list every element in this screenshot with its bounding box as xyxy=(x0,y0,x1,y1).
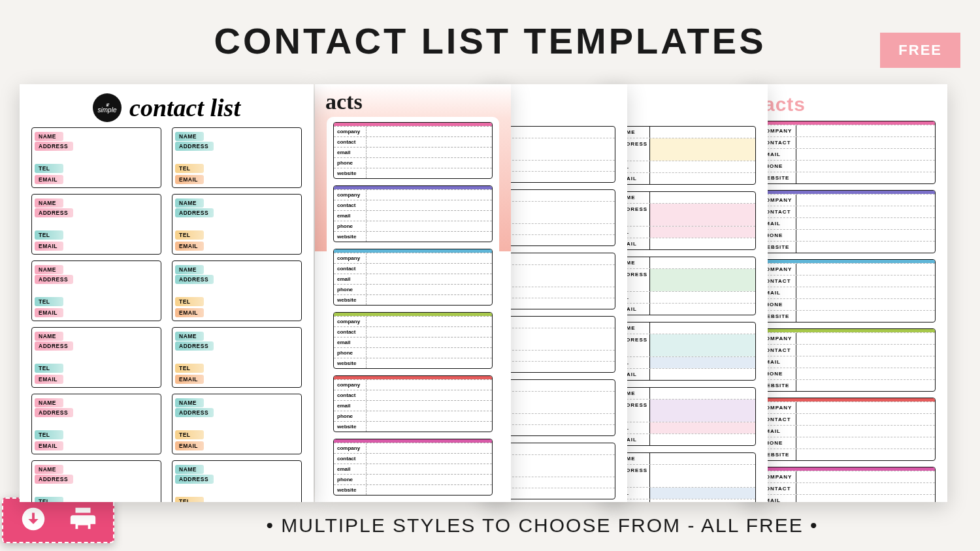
field-label: email xyxy=(334,464,367,474)
page-title: CONTACT LIST TEMPLATES xyxy=(0,0,980,69)
contact-card: NAMEADDRESSTELEMAIL xyxy=(613,452,756,502)
field-label: EMAIL xyxy=(35,308,63,317)
field-label: email xyxy=(334,338,367,347)
field-label: website xyxy=(334,358,367,368)
contact-card: COMPANYCONTACTEMAILPHONEWEBSITE xyxy=(757,467,936,502)
field-label: company xyxy=(334,190,367,200)
download-icon xyxy=(18,504,48,537)
field-label: email xyxy=(334,211,367,221)
contact-card: companycontactemailphonewebsite xyxy=(333,249,493,306)
field-label: company xyxy=(334,380,367,390)
field-label: contact xyxy=(334,200,367,210)
field-label: email xyxy=(334,274,367,284)
field-label: website xyxy=(334,232,367,242)
contact-card: ss xyxy=(495,126,615,183)
field-label: ADDRESS xyxy=(35,275,73,284)
field-label: EMAIL xyxy=(35,375,63,384)
field-label: EMAIL xyxy=(175,441,204,450)
contact-card: NAMEADDRESSTELEMAIL xyxy=(613,191,756,250)
field-label: ADDRESS xyxy=(175,408,214,417)
field-label: EMAIL xyxy=(35,441,63,450)
contact-card: NAMEADDRESSTELEMAIL xyxy=(613,257,756,315)
template-sheet-5: facts COMPANYCONTACTEMAILPHONEWEBSITECOM… xyxy=(745,84,947,502)
field-label: phone xyxy=(334,411,367,421)
contact-card: NAMEADDRESSTELEMAIL xyxy=(31,460,161,502)
contact-card: COMPANYCONTACTEMAILPHONEWEBSITE xyxy=(757,259,936,323)
contact-card: NAMEADDRESSTELEMAIL xyxy=(31,127,161,188)
field-label: phone xyxy=(334,348,367,358)
field-label: ADDRESS xyxy=(35,341,73,351)
field-label: NAME xyxy=(35,198,63,208)
contact-card: NAMEADDRESSTELEMAIL xyxy=(31,260,161,321)
field-label: NAME xyxy=(35,132,63,141)
sheet5-title: facts xyxy=(757,93,936,116)
contact-card: NAMEADDRESSTELEMAIL xyxy=(172,394,302,454)
field-label: contact xyxy=(334,390,367,400)
field-label: TEL xyxy=(175,164,204,173)
contact-card: NAMEADDRESSTELEMAIL xyxy=(172,260,302,321)
field-label: NAME xyxy=(175,198,204,208)
contact-card: NAMEADDRESSTELEMAIL xyxy=(31,327,161,388)
sheet1-title: contact list xyxy=(129,93,240,122)
contact-card: COMPANYCONTACTEMAILPHONEWEBSITE xyxy=(757,121,936,184)
contact-card: ss xyxy=(495,253,615,309)
template-sheet-2: acts companycontactemailphonewebsitecomp… xyxy=(315,84,511,502)
contact-card: COMPANYCONTACTEMAILPHONEWEBSITE xyxy=(757,190,936,253)
field-label: NAME xyxy=(175,132,204,141)
field-label: ADDRESS xyxy=(35,208,73,217)
contact-card: NAMEADDRESSTELEMAIL xyxy=(172,460,302,502)
contact-card: ss xyxy=(495,316,615,373)
field-label: ADDRESS xyxy=(175,275,214,284)
contact-card: NAMEADDRESSTELEMAIL xyxy=(172,327,302,388)
logo-icon: ♛ simple xyxy=(93,93,122,122)
field-label: NAME xyxy=(35,332,63,341)
print-icon xyxy=(68,504,98,537)
field-label: ADDRESS xyxy=(175,142,214,151)
field-label: TEL xyxy=(35,297,63,306)
field-label: TEL xyxy=(175,230,204,240)
field-label: TEL xyxy=(35,364,63,373)
field-label: company xyxy=(334,253,367,263)
field-label: EMAIL xyxy=(175,375,204,384)
field-label: website xyxy=(334,485,367,495)
field-label: NAME xyxy=(175,465,204,474)
field-label: TEL xyxy=(35,164,63,173)
field-label: TEL xyxy=(175,497,204,503)
contact-card: COMPANYCONTACTEMAILPHONEWEBSITE xyxy=(757,328,936,392)
field-label: ADDRESS xyxy=(175,475,214,484)
field-label: phone xyxy=(334,158,367,168)
field-label: website xyxy=(334,168,367,178)
field-label: ADDRESS xyxy=(35,475,73,484)
field-label: NAME xyxy=(175,265,204,274)
contact-card: NAMEADDRESSTELEMAIL xyxy=(613,126,756,185)
field-label: ADDRESS xyxy=(35,408,73,417)
field-label: NAME xyxy=(175,332,204,341)
field-label: NAME xyxy=(35,398,63,407)
contact-card: ss xyxy=(495,443,615,499)
field-label: phone xyxy=(334,285,367,294)
contact-card: companycontactemailphonewebsite xyxy=(333,122,493,179)
contact-card: ss xyxy=(495,379,615,436)
field-label: EMAIL xyxy=(35,175,63,184)
contact-card: NAMEADDRESSTELEMAIL xyxy=(31,194,161,255)
field-label: contact xyxy=(334,264,367,274)
field-label: contact xyxy=(334,137,367,147)
download-print-widget[interactable] xyxy=(2,497,114,543)
field-label: EMAIL xyxy=(175,175,204,184)
contact-card: companycontactemailphonewebsite xyxy=(333,439,493,496)
field-label: ADDRESS xyxy=(35,142,73,151)
field-label: EMAIL xyxy=(175,308,204,317)
field-label: TEL xyxy=(35,430,63,439)
field-label: contact xyxy=(334,327,367,337)
field-label: TEL xyxy=(175,430,204,439)
field-label: TEL xyxy=(175,297,204,306)
bottom-tagline: • MULTIPLE STYLES TO CHOOSE FROM - ALL F… xyxy=(118,514,967,537)
field-label: company xyxy=(334,443,367,453)
contact-card: ss xyxy=(495,189,615,246)
field-label: EMAIL xyxy=(175,242,204,251)
contact-card: NAMEADDRESSTELEMAIL xyxy=(31,394,161,454)
contact-card: NAMEADDRESSTELEMAIL xyxy=(172,127,302,188)
contact-card: companycontactemailphonewebsite xyxy=(333,312,493,369)
field-label: ADDRESS xyxy=(175,341,214,351)
field-label: TEL xyxy=(175,364,204,373)
